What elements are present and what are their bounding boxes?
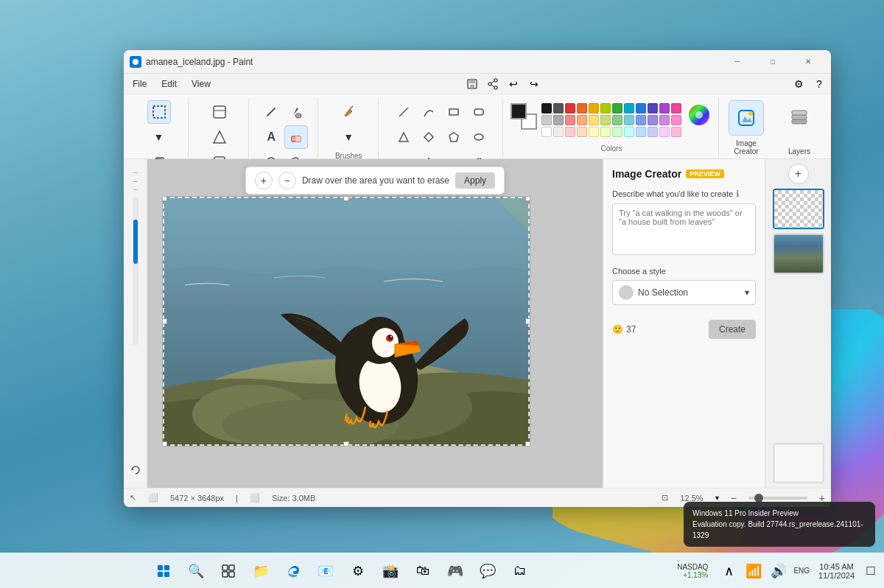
primary-color[interactable]	[511, 103, 527, 119]
image-select-btn[interactable]	[208, 100, 231, 124]
layer-thumb-blank[interactable]	[773, 443, 824, 483]
start-button[interactable]	[149, 556, 178, 586]
taskbar-settings-btn[interactable]: ⚙	[343, 556, 373, 586]
taskbar-store-btn[interactable]: 🛍	[408, 556, 438, 586]
palette-color[interactable]	[624, 115, 634, 125]
taskbar-xbox-btn[interactable]: 🎮	[441, 556, 470, 586]
palette-color[interactable]	[541, 127, 552, 137]
palette-color[interactable]	[636, 115, 646, 125]
share-button[interactable]	[484, 75, 502, 93]
vertical-scroll-track[interactable]	[133, 197, 138, 345]
palette-color[interactable]	[648, 103, 658, 113]
palette-color[interactable]	[659, 115, 670, 125]
palette-color[interactable]	[600, 127, 611, 137]
pencil-btn[interactable]	[259, 100, 283, 124]
palette-color[interactable]	[589, 115, 599, 125]
redo-button[interactable]: ↪	[525, 75, 543, 93]
menu-edit[interactable]: Edit	[155, 77, 183, 91]
zoom-in-icon[interactable]: +	[819, 492, 825, 504]
triangle-btn[interactable]	[392, 125, 415, 149]
palette-color[interactable]	[589, 127, 599, 137]
zoom-out-icon[interactable]: −	[731, 492, 737, 504]
palette-color[interactable]	[589, 103, 599, 113]
system-clock[interactable]: 10:45 AM 11/1/2024	[814, 562, 859, 580]
fill-btn[interactable]	[284, 100, 308, 124]
taskbar-photos-btn[interactable]: 📸	[376, 556, 405, 586]
palette-color[interactable]	[636, 103, 646, 113]
layers-toggle-btn[interactable]	[782, 100, 817, 136]
palette-color[interactable]	[553, 103, 564, 113]
palette-color[interactable]	[612, 103, 622, 113]
color-wheel-button[interactable]	[686, 103, 712, 130]
erase-minus-btn[interactable]: −	[278, 172, 296, 189]
palette-color[interactable]	[541, 103, 552, 113]
diamond-btn[interactable]	[417, 125, 441, 149]
palette-color[interactable]	[577, 103, 587, 113]
palette-color[interactable]	[565, 115, 575, 125]
erase-plus-btn[interactable]: +	[255, 172, 273, 189]
palette-color[interactable]	[671, 115, 681, 125]
rotate-tool-btn[interactable]	[127, 461, 144, 479]
palette-color[interactable]	[659, 127, 670, 137]
eraser-btn[interactable]	[284, 125, 308, 149]
taskbar-edge-btn[interactable]	[278, 556, 308, 586]
pentagon-btn[interactable]	[442, 125, 466, 149]
line-btn[interactable]	[392, 100, 415, 124]
curve-btn[interactable]	[417, 100, 441, 124]
ic-description-input[interactable]	[612, 203, 756, 255]
palette-color[interactable]	[624, 127, 634, 137]
ic-create-button[interactable]: Create	[709, 320, 756, 339]
text-btn[interactable]: A	[259, 125, 283, 149]
palette-color[interactable]	[577, 127, 587, 137]
settings-button[interactable]: ⚙	[790, 75, 807, 93]
zoom-slider-thumb[interactable]	[754, 494, 763, 503]
layers-add-button[interactable]: +	[788, 164, 809, 184]
ic-info-icon[interactable]: ℹ	[736, 189, 740, 199]
palette-color[interactable]	[612, 115, 622, 125]
palette-color[interactable]	[648, 127, 658, 137]
search-taskbar-btn[interactable]: 🔍	[181, 556, 211, 586]
palette-color[interactable]	[553, 115, 564, 125]
taskbar-extra-btn[interactable]: 🗂	[505, 556, 535, 586]
show-hidden-icons-btn[interactable]: ∧	[718, 561, 739, 581]
palette-color[interactable]	[624, 103, 634, 113]
rect-btn[interactable]	[442, 100, 466, 124]
canvas-photo[interactable]	[162, 196, 530, 447]
palette-color[interactable]	[671, 103, 681, 113]
palette-color[interactable]	[636, 127, 646, 137]
zoom-fit-btn[interactable]: ⊡	[662, 493, 668, 503]
palette-color[interactable]	[648, 115, 658, 125]
minimize-button[interactable]: ─	[720, 50, 754, 74]
palette-color[interactable]	[577, 115, 587, 125]
palette-color[interactable]	[659, 103, 670, 113]
layer-thumb-active[interactable]	[773, 189, 824, 229]
selection-rect-btn[interactable]	[147, 100, 171, 124]
selection-dropdown-btn[interactable]: ▼	[147, 125, 171, 149]
vertical-scroll-thumb[interactable]	[133, 220, 138, 264]
maximize-button[interactable]: □	[756, 50, 790, 74]
taskbar-explorer-btn[interactable]: 📁	[246, 556, 276, 586]
palette-color[interactable]	[553, 127, 564, 137]
undo-button[interactable]: ↩	[505, 75, 522, 93]
palette-color[interactable]	[565, 127, 575, 137]
notification-btn[interactable]: □	[863, 556, 878, 586]
taskview-btn[interactable]	[214, 556, 243, 586]
zoom-dropdown-btn[interactable]: ▾	[715, 494, 719, 502]
menu-file[interactable]: File	[127, 77, 152, 91]
layer-thumb-photo[interactable]	[773, 234, 824, 274]
round-rect-btn[interactable]	[467, 100, 491, 124]
help-button[interactable]: ?	[810, 75, 828, 93]
taskbar-mail-btn[interactable]: 📧	[311, 556, 340, 586]
menu-view[interactable]: View	[186, 77, 217, 91]
network-icon[interactable]: 📶	[743, 561, 764, 581]
palette-color[interactable]	[600, 103, 611, 113]
palette-color[interactable]	[541, 115, 552, 125]
image-creator-toggle-btn[interactable]	[729, 100, 764, 136]
apply-button[interactable]: Apply	[455, 172, 495, 189]
palette-color[interactable]	[671, 127, 681, 137]
close-button[interactable]: ✕	[791, 50, 825, 74]
ellipse-btn[interactable]	[467, 125, 491, 149]
palette-color[interactable]	[565, 103, 575, 113]
palette-color[interactable]	[612, 127, 622, 137]
taskbar-teams-btn[interactable]: 💬	[473, 556, 502, 586]
